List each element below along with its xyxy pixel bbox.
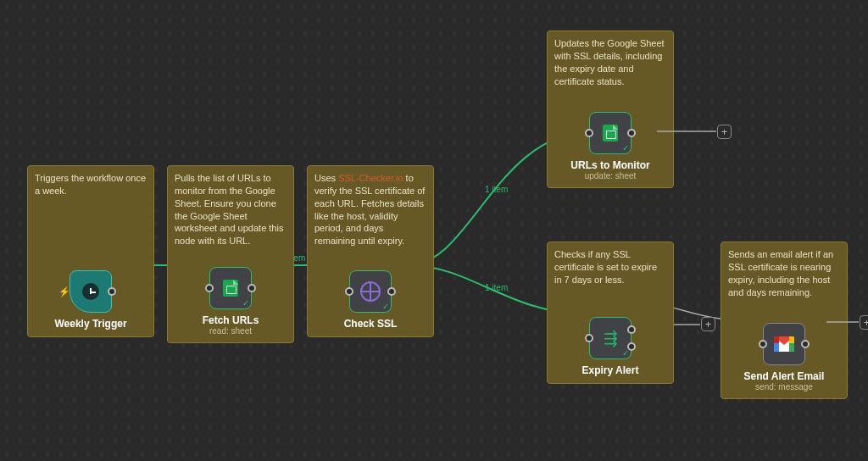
node-title: Weekly Trigger — [54, 318, 126, 330]
add-node-after-email[interactable]: + — [860, 315, 868, 330]
node-title: Send Alert Email — [744, 370, 825, 382]
add-node-after-expiry-false[interactable]: + — [701, 317, 715, 331]
node-desc: Sends an email alert if an SSL certifica… — [728, 248, 840, 299]
node-title: Fetch URLs — [203, 314, 259, 326]
edge-label-4: 1 item — [485, 283, 508, 292]
check-icon: ✓ — [622, 348, 629, 358]
link-ssl-checker[interactable]: SSL-Checker.io — [338, 173, 403, 183]
edge-label-3: 1 item — [485, 185, 508, 194]
sheet-icon[interactable]: ✓ — [589, 112, 632, 154]
globe-icon[interactable]: ✓ — [349, 270, 392, 313]
sheet-icon[interactable]: ✓ — [209, 267, 252, 309]
node-desc: Updates the Google Sheet with SSL detail… — [554, 37, 666, 88]
node-desc: Uses SSL-Checker.io to verify the SSL ce… — [314, 172, 426, 247]
node-check-ssl[interactable]: Uses SSL-Checker.io to verify the SSL ce… — [307, 165, 434, 337]
node-desc: Checks if any SSL certificate is set to … — [554, 248, 666, 299]
node-title: Check SSL — [344, 318, 398, 330]
gmail-icon[interactable] — [763, 323, 805, 365]
add-node-after-update[interactable]: + — [717, 125, 732, 139]
check-icon: ✓ — [382, 302, 389, 311]
node-subtitle: update: sheet — [585, 171, 637, 181]
clock-icon[interactable] — [70, 270, 112, 313]
bolt-icon: ⚡ — [58, 286, 70, 297]
node-send-alert-email[interactable]: Sends an email alert if an SSL certifica… — [721, 242, 848, 399]
node-expiry-alert[interactable]: Checks if any SSL certificate is set to … — [547, 242, 674, 384]
node-subtitle: read: sheet — [209, 326, 252, 336]
node-fetch-urls[interactable]: Pulls the list of URLs to monitor from t… — [167, 165, 294, 343]
node-desc: Pulls the list of URLs to monitor from t… — [175, 172, 287, 247]
node-title: Expiry Alert — [582, 364, 639, 376]
node-weekly-trigger[interactable]: Triggers the workflow once a week. ⚡ Wee… — [27, 165, 154, 337]
node-title: URLs to Monitor — [570, 159, 649, 171]
check-icon: ✓ — [622, 143, 629, 153]
check-icon: ✓ — [242, 298, 249, 308]
signpost-icon[interactable]: ⇶ ✓ — [589, 317, 632, 359]
node-urls-to-monitor[interactable]: Updates the Google Sheet with SSL detail… — [547, 31, 674, 188]
node-subtitle: send: message — [755, 382, 813, 392]
node-desc: Triggers the workflow once a week. — [35, 172, 147, 223]
